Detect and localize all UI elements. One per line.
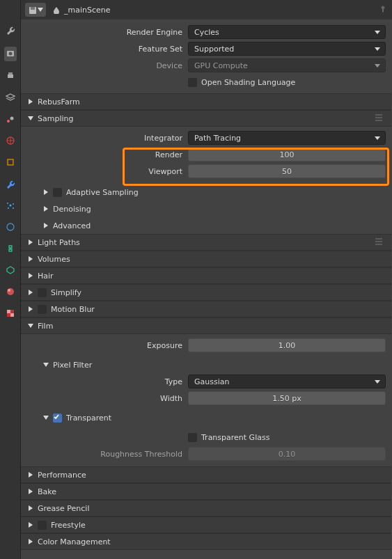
panel-freestyle[interactable]: Freestyle [21, 517, 391, 533]
properties-header: _mainScene [21, 0, 392, 19]
integrator-select[interactable]: Path Tracing [188, 131, 386, 145]
pin-icon[interactable] [378, 4, 388, 16]
tab-render-icon[interactable] [4, 47, 17, 61]
feature-set-label: Feature Set [21, 45, 188, 54]
filter-type-label: Type [21, 377, 188, 386]
tab-output-icon[interactable] [6, 71, 15, 83]
panel-simplify[interactable]: Simplify [21, 284, 391, 301]
filter-type-select[interactable]: Gaussian [188, 375, 386, 388]
panel-options-icon[interactable] [373, 237, 384, 248]
panel-options-icon[interactable] [373, 113, 384, 124]
exposure-label: Exposure [21, 341, 188, 350]
scene-name: _mainScene [64, 6, 111, 15]
osl-checkbox[interactable]: Open Shading Language [188, 74, 386, 90]
panel-volumes[interactable]: Volumes [21, 251, 391, 267]
integrator-label: Integrator [21, 134, 188, 143]
samples-viewport-field[interactable]: 50 [188, 164, 386, 178]
editor-type-menu[interactable] [25, 3, 46, 17]
panel-sampling[interactable]: Sampling [21, 110, 391, 127]
samples-viewport-label: Viewport [21, 167, 188, 176]
panel-bake[interactable]: Bake [21, 483, 391, 500]
render-engine-select[interactable]: Cycles [188, 25, 386, 39]
tab-world-icon[interactable] [6, 136, 15, 148]
tab-viewlayer-icon[interactable] [6, 93, 15, 104]
roughness-threshold-field[interactable]: 0.10 [188, 447, 386, 461]
panel-grease-pencil[interactable]: Grease Pencil [21, 500, 391, 517]
tab-constraint-icon[interactable] [6, 244, 15, 255]
device-label: Device [21, 61, 188, 70]
tab-texture-icon[interactable] [6, 308, 15, 320]
feature-set-select[interactable]: Supported [188, 42, 386, 56]
panel-transparent[interactable]: Transparent [21, 409, 391, 426]
tab-modifier-icon[interactable] [6, 179, 15, 191]
panel-light-paths[interactable]: Light Paths [21, 234, 391, 251]
transparent-glass-checkbox[interactable]: Transparent Glass [188, 429, 386, 446]
roughness-threshold-label: Roughness Threshold [21, 450, 188, 459]
filter-width-label: Width [21, 394, 188, 403]
tab-physics-icon[interactable] [6, 222, 15, 234]
panel-pixel-filter[interactable]: Pixel Filter [21, 356, 391, 373]
panel-advanced[interactable]: Advanced [21, 217, 391, 234]
tab-scene-icon[interactable] [6, 114, 15, 126]
panel-performance[interactable]: Performance [21, 466, 391, 483]
datablock-field[interactable]: _mainScene [52, 6, 111, 15]
panel-motion-blur[interactable]: Motion Blur [21, 301, 391, 317]
panel-hair[interactable]: Hair [21, 267, 391, 284]
tab-tool-icon[interactable] [6, 25, 15, 37]
tab-particle-icon[interactable] [6, 200, 15, 212]
exposure-field[interactable]: 1.00 [188, 338, 386, 352]
tab-data-icon[interactable] [6, 265, 15, 277]
panel-denoising[interactable]: Denoising [21, 200, 391, 217]
panel-rebusfarm[interactable]: RebusFarm [21, 93, 391, 110]
tab-object-icon[interactable] [6, 157, 15, 169]
filter-width-field[interactable]: 1.50 px [188, 391, 386, 405]
tab-material-icon[interactable] [6, 287, 15, 299]
device-select[interactable]: GPU Compute [188, 58, 386, 72]
panel-film[interactable]: Film [21, 317, 391, 334]
render-engine-label: Render Engine [21, 28, 188, 37]
samples-render-field[interactable]: 100 [188, 148, 386, 162]
samples-render-label: Render [21, 150, 188, 159]
droplet-icon [52, 6, 60, 14]
panel-adaptive-sampling[interactable]: Adaptive Sampling [21, 184, 391, 200]
panel-color-management[interactable]: Color Management [21, 533, 391, 550]
